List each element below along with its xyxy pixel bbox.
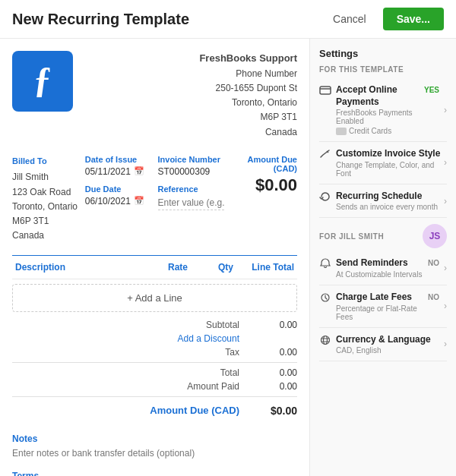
- accept-payments-title: Accept Online Payments: [336, 84, 424, 108]
- svg-point-2: [321, 336, 330, 344]
- accept-payments-chevron: ›: [444, 105, 447, 115]
- accept-payments-content: Accept Online Payments FreshBooks Paymen…: [336, 84, 424, 135]
- col-line-total-header: Line Total: [233, 262, 294, 273]
- save-button[interactable]: Save...: [383, 8, 444, 30]
- subtotal-value: 0.00: [252, 320, 297, 330]
- notes-label: Notes: [12, 433, 297, 444]
- company-header: ƒ FreshBooks Support Phone Number 250-16…: [12, 51, 297, 140]
- amount-paid-label: Amount Paid: [145, 381, 252, 392]
- settings-item-currency[interactable]: Currency & Language CAD, English ›: [319, 328, 447, 362]
- credit-cards-badge: Credit Cards: [336, 127, 424, 135]
- for-user-row: FOR JILL SMITH JS: [319, 224, 447, 248]
- currency-content: Currency & Language CAD, English: [336, 334, 442, 355]
- late-fees-badge: NO: [428, 293, 439, 301]
- late-fees-content: Charge Late Fees Percentage or Flat-Rate…: [336, 292, 428, 321]
- settings-item-accept-payments[interactable]: Accept Online Payments FreshBooks Paymen…: [319, 78, 447, 142]
- tax-label: Tax: [145, 347, 252, 358]
- recurring-title: Recurring Schedule: [336, 191, 442, 203]
- reminders-chevron: ›: [444, 263, 447, 273]
- header-actions: Cancel Save...: [324, 8, 444, 30]
- calendar-icon: 📅: [134, 166, 144, 176]
- billed-to-label: Billed To: [12, 155, 79, 169]
- col-rate-header: Rate: [127, 262, 188, 273]
- payment-icon: [319, 85, 336, 98]
- reminder-icon: [319, 258, 336, 271]
- customize-sub: Change Template, Color, and Font: [336, 161, 442, 178]
- reference-input[interactable]: [158, 196, 225, 210]
- page-header: New Recurring Template Cancel Save...: [0, 0, 456, 39]
- col-qty-header: Qty: [188, 262, 233, 273]
- amount-due-header-section: Amount Due (CAD) $0.00: [230, 155, 297, 195]
- page-title: New Recurring Template: [12, 11, 189, 28]
- cancel-button[interactable]: Cancel: [324, 8, 375, 30]
- accept-payments-badge: YES: [424, 86, 439, 94]
- billed-to-postal: M6P 3T1: [12, 214, 79, 229]
- late-fees-title: Charge Late Fees: [336, 292, 428, 304]
- discount-row: Add a Discount: [12, 332, 297, 345]
- col-description-header: Description: [15, 262, 127, 273]
- company-name: FreshBooks Support: [199, 51, 297, 67]
- currency-icon: [319, 335, 336, 348]
- company-phone: Phone Number: [199, 67, 297, 81]
- late-fees-sub: Percentage or Flat-Rate Fees: [336, 304, 428, 321]
- tax-value: 0.00: [252, 347, 297, 358]
- amount-due-final-row: Amount Due (CAD) $0.00: [12, 400, 297, 421]
- terms-section: Terms: [12, 471, 297, 476]
- recurring-icon: [319, 191, 336, 204]
- terms-label: Terms: [12, 471, 297, 476]
- late-fees-icon: [319, 292, 336, 305]
- amount-due-final-value: $0.00: [252, 405, 297, 417]
- customize-title: Customize Invoice Style: [336, 148, 442, 160]
- recurring-chevron: ›: [444, 196, 447, 206]
- billed-to-section: Billed To Jill Smith 123 Oak Road Toront…: [12, 155, 79, 244]
- late-fees-chevron: ›: [444, 301, 447, 311]
- notes-input[interactable]: [12, 448, 297, 459]
- currency-sub: CAD, English: [336, 346, 442, 355]
- date-of-issue-label: Date of Issue: [85, 155, 152, 164]
- accept-payments-sub: FreshBooks Payments Enabled: [336, 109, 424, 125]
- add-line-button[interactable]: + Add a Line: [12, 284, 297, 312]
- amount-due-header-value: $0.00: [230, 175, 297, 195]
- customize-chevron: ›: [444, 157, 447, 168]
- subtotal-label: Subtotal: [145, 320, 252, 330]
- totals-divider-1: [12, 362, 297, 363]
- billed-to-city: Toronto, Ontario: [12, 200, 79, 214]
- for-user-label: FOR JILL SMITH: [319, 232, 384, 241]
- amount-paid-value: 0.00: [252, 381, 297, 392]
- due-date-label: Due Date: [85, 184, 152, 194]
- recurring-content: Recurring Schedule Sends an invoice ever…: [336, 191, 442, 212]
- company-address3: M6P 3T1: [199, 110, 297, 125]
- invoice-meta: Billed To Jill Smith 123 Oak Road Toront…: [12, 155, 297, 244]
- tax-row: Tax 0.00: [12, 345, 297, 359]
- settings-panel: Settings FOR THIS TEMPLATE Accept Online…: [310, 39, 456, 476]
- line-items-header: Description Rate Qty Line Total: [12, 256, 297, 279]
- amount-paid-row: Amount Paid 0.00: [12, 380, 297, 393]
- notes-section: Notes: [12, 433, 297, 459]
- due-date-value: 06/10/2021 📅: [85, 196, 152, 206]
- invoice-number-section: Invoice Number ST00000309 Reference: [158, 155, 225, 210]
- customize-content: Customize Invoice Style Change Template,…: [336, 148, 442, 178]
- reminders-badge: NO: [428, 259, 439, 267]
- recurring-sub: Sends an invoice every month: [336, 203, 442, 211]
- settings-item-customize[interactable]: Customize Invoice Style Change Template,…: [319, 142, 447, 184]
- totals-divider-2: [12, 396, 297, 397]
- for-template-label: FOR THIS TEMPLATE: [319, 65, 447, 74]
- settings-item-late-fees[interactable]: Charge Late Fees Percentage or Flat-Rate…: [319, 285, 447, 328]
- date-of-issue-section: Date of Issue 05/11/2021 📅 Due Date 06/1…: [85, 155, 152, 206]
- company-info: FreshBooks Support Phone Number 250-1655…: [85, 51, 297, 140]
- discount-value: [252, 333, 297, 344]
- settings-item-reminders[interactable]: Send Reminders At Customizable Intervals…: [319, 251, 447, 285]
- date-of-issue-value: 05/11/2021 📅: [85, 166, 152, 177]
- discount-label: Add a Discount: [145, 333, 252, 344]
- settings-item-recurring[interactable]: Recurring Schedule Sends an invoice ever…: [319, 184, 447, 219]
- company-address2: Toronto, Ontario: [199, 96, 297, 110]
- reference-label: Reference: [158, 184, 225, 194]
- billed-to-country: Canada: [12, 229, 79, 243]
- invoice-number-label: Invoice Number: [158, 155, 225, 164]
- calendar-icon-2: 📅: [134, 196, 144, 206]
- svg-rect-0: [320, 87, 331, 94]
- line-items-section: Description Rate Qty Line Total + Add a …: [12, 255, 297, 312]
- reminders-sub: At Customizable Intervals: [336, 270, 428, 279]
- settings-title: Settings: [319, 48, 447, 59]
- user-avatar: JS: [423, 224, 447, 248]
